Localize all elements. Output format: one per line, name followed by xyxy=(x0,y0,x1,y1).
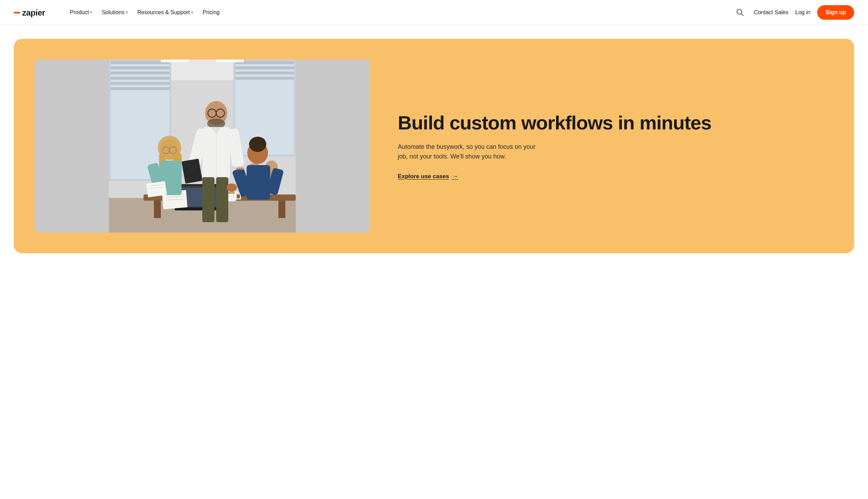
chevron-down-icon: ▾ xyxy=(191,10,193,14)
zapier-logo-link[interactable]: zapier xyxy=(14,6,52,19)
svg-rect-10 xyxy=(111,72,169,74)
login-link[interactable]: Log in xyxy=(795,9,811,16)
hero-subtitle: Automate the busywork, so you can focus … xyxy=(398,142,543,162)
svg-rect-16 xyxy=(235,61,294,64)
nav-product[interactable]: Product ▾ xyxy=(66,7,96,18)
svg-point-69 xyxy=(257,138,265,146)
svg-rect-53 xyxy=(202,177,214,222)
svg-text:zapier: zapier xyxy=(22,8,45,17)
svg-rect-74 xyxy=(236,167,244,170)
hero-section: Build custom workflows in minutes Automa… xyxy=(14,39,854,253)
hero-title: Build custom workflows in minutes xyxy=(398,112,833,134)
contact-sales-link[interactable]: Contact Sales xyxy=(754,9,788,16)
office-scene-illustration xyxy=(35,60,370,233)
svg-rect-29 xyxy=(154,201,161,218)
hero-content: Build custom workflows in minutes Automa… xyxy=(391,112,833,180)
svg-rect-11 xyxy=(111,77,169,80)
svg-rect-18 xyxy=(235,72,294,74)
nav-pricing[interactable]: Pricing xyxy=(198,7,224,18)
main-content: Build custom workflows in minutes Automa… xyxy=(0,25,868,274)
search-button[interactable] xyxy=(733,6,747,19)
hero-image xyxy=(35,60,370,233)
svg-rect-17 xyxy=(235,66,294,69)
svg-rect-75 xyxy=(161,60,188,62)
nav-resources[interactable]: Resources & Support ▾ xyxy=(133,7,197,18)
svg-rect-30 xyxy=(278,201,285,218)
navbar-right: Contact Sales Log in Sign up xyxy=(733,5,854,20)
zapier-wordmark: zapier xyxy=(14,6,52,19)
svg-point-72 xyxy=(227,183,237,192)
svg-rect-8 xyxy=(111,61,169,64)
svg-rect-54 xyxy=(216,177,228,222)
svg-rect-0 xyxy=(14,12,20,13)
explore-link-label: Explore use cases xyxy=(398,173,449,180)
svg-rect-19 xyxy=(235,77,294,80)
svg-rect-76 xyxy=(216,60,244,62)
svg-rect-9 xyxy=(111,66,169,69)
arrow-right-icon: → xyxy=(452,173,458,180)
navbar: zapier Product ▾ Solutions ▾ Resources &… xyxy=(0,0,868,25)
zapier-logo: zapier xyxy=(14,6,52,19)
nav-solutions-label: Solutions xyxy=(102,9,124,16)
svg-rect-64 xyxy=(146,181,167,197)
nav-pricing-label: Pricing xyxy=(203,9,220,16)
chevron-down-icon: ▾ xyxy=(126,10,128,14)
svg-rect-13 xyxy=(111,87,169,90)
search-icon xyxy=(736,8,744,17)
svg-rect-70 xyxy=(247,165,270,200)
svg-rect-12 xyxy=(111,82,169,85)
nav-solutions[interactable]: Solutions ▾ xyxy=(98,7,132,18)
svg-rect-37 xyxy=(228,192,235,194)
hero-image-container xyxy=(35,60,370,233)
nav-resources-label: Resources & Support xyxy=(137,9,190,16)
svg-rect-33 xyxy=(175,208,223,210)
nav-product-label: Product xyxy=(70,9,89,16)
explore-use-cases-link[interactable]: Explore use cases → xyxy=(398,173,458,180)
chevron-down-icon: ▾ xyxy=(90,10,92,14)
svg-line-3 xyxy=(741,13,744,16)
signup-button[interactable]: Sign up xyxy=(817,5,854,20)
main-nav: Product ▾ Solutions ▾ Resources & Suppor… xyxy=(66,7,733,18)
